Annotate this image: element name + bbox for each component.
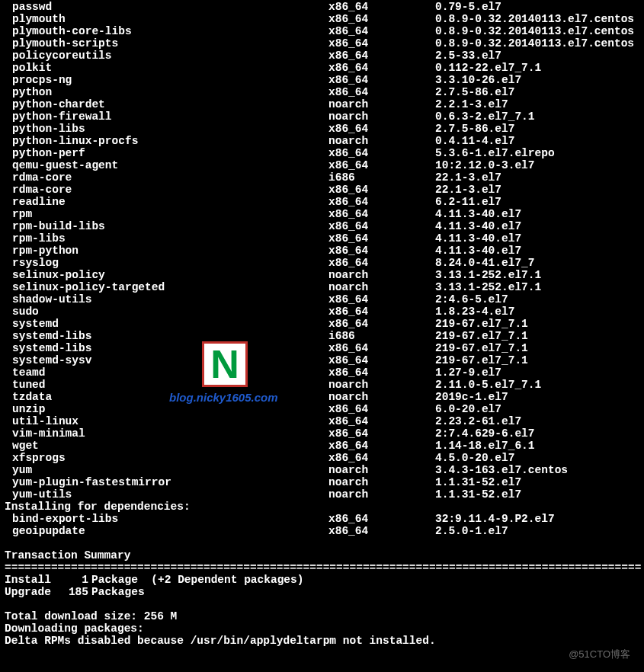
package-arch: x86_64 bbox=[328, 74, 435, 86]
package-name: teamd bbox=[5, 366, 328, 379]
package-version: 3.3.10-26.el7 bbox=[435, 74, 521, 86]
package-name: qemu-guest-agent bbox=[5, 159, 328, 171]
package-name: systemd-libs bbox=[5, 330, 328, 342]
package-row: rpmx86_644.11.3-40.el7 bbox=[5, 208, 644, 220]
package-version: 4.11.3-40.el7 bbox=[435, 232, 521, 245]
package-version: 0.8.9-0.32.20140113.el7.centos bbox=[435, 37, 634, 50]
package-row: python-libsx86_642.7.5-86.el7 bbox=[5, 123, 644, 135]
package-row: selinux-policy-targetednoarch3.13.1-252.… bbox=[5, 281, 644, 293]
package-arch: x86_64 bbox=[328, 245, 435, 257]
package-version: 4.5.0-20.el7 bbox=[435, 452, 514, 464]
package-version: 2.11.0-5.el7_7.1 bbox=[435, 379, 541, 391]
package-arch: x86_64 bbox=[328, 440, 435, 452]
package-name: python-linux-procfs bbox=[5, 135, 328, 147]
package-name: wget bbox=[5, 440, 328, 452]
blank-line-2 bbox=[5, 598, 644, 610]
package-name: bind-export-libs bbox=[5, 513, 328, 525]
package-row: yum-utilsnoarch1.1.31-52.el7 bbox=[5, 488, 644, 501]
terminal-output[interactable]: passwdx86_640.79-5.el7plymouthx86_640.8.… bbox=[0, 0, 644, 647]
package-version: 2.7.5-86.el7 bbox=[435, 123, 514, 135]
package-name: rdma-core bbox=[5, 184, 328, 196]
package-name: passwd bbox=[5, 1, 328, 13]
package-version: 2.5.0-1.el7 bbox=[435, 525, 508, 537]
package-arch: noarch bbox=[328, 464, 435, 476]
package-row: plymouthx86_640.8.9-0.32.20140113.el7.ce… bbox=[5, 13, 644, 25]
package-row: rsyslogx86_648.24.0-41.el7_7 bbox=[5, 257, 644, 269]
package-arch: x86_64 bbox=[328, 184, 435, 196]
package-version: 8.24.0-41.el7_7 bbox=[435, 257, 535, 269]
package-version: 5.3.6-1.el7.elrepo bbox=[435, 147, 555, 159]
package-row: rpm-libsx86_644.11.3-40.el7 bbox=[5, 232, 644, 245]
package-arch: x86_64 bbox=[328, 1, 435, 13]
package-version: 3.13.1-252.el7.1 bbox=[435, 281, 541, 293]
package-row: procps-ngx86_643.3.10-26.el7 bbox=[5, 74, 644, 86]
package-arch: x86_64 bbox=[328, 403, 435, 415]
package-version: 4.11.3-40.el7 bbox=[435, 220, 521, 232]
watermark-url: blog.nicky1605.com bbox=[169, 392, 278, 404]
package-name: xfsprogs bbox=[5, 452, 328, 464]
package-arch: noarch bbox=[328, 488, 435, 501]
package-arch: x86_64 bbox=[328, 37, 435, 50]
package-version: 4.11.3-40.el7 bbox=[435, 208, 521, 220]
package-version: 219-67.el7_7.1 bbox=[435, 318, 528, 330]
package-row: teamdx86_641.27-9.el7 bbox=[5, 366, 644, 379]
upgrade-count: 185 bbox=[61, 586, 91, 598]
package-version: 3.13.1-252.el7.1 bbox=[435, 269, 541, 281]
package-version: 2.2.1-3.el7 bbox=[435, 98, 508, 110]
package-row: bind-export-libsx86_6432:9.11.4-9.P2.el7 bbox=[5, 513, 644, 525]
package-version: 2019c-1.el7 bbox=[435, 391, 508, 403]
package-version: 3.4.3-163.el7.centos bbox=[435, 464, 568, 476]
package-name: procps-ng bbox=[5, 74, 328, 86]
total-download: Total download size: 256 M bbox=[5, 610, 644, 622]
package-name: selinux-policy-targeted bbox=[5, 281, 328, 293]
package-version: 219-67.el7_7.1 bbox=[435, 354, 528, 366]
package-arch: x86_64 bbox=[328, 196, 435, 208]
package-version: 32:9.11.4-9.P2.el7 bbox=[435, 513, 555, 525]
package-arch: x86_64 bbox=[328, 366, 435, 379]
package-arch: x86_64 bbox=[328, 208, 435, 220]
package-row: unzipx86_646.0-20.el7 bbox=[5, 403, 644, 415]
package-arch: noarch bbox=[328, 98, 435, 110]
package-arch: x86_64 bbox=[328, 427, 435, 440]
package-version: 6.0-20.el7 bbox=[435, 403, 501, 415]
package-row: qemu-guest-agentx86_6410:2.12.0-3.el7 bbox=[5, 159, 644, 171]
package-name: selinux-policy bbox=[5, 269, 328, 281]
delta-rpms-msg: Delta RPMs disabled because /usr/bin/app… bbox=[5, 635, 644, 647]
install-summary: Install 1 Package (+2 Dependent packages… bbox=[5, 574, 644, 586]
package-name: vim-minimal bbox=[5, 427, 328, 440]
watermark-letter: N bbox=[210, 344, 239, 384]
package-name: yum-utils bbox=[5, 488, 328, 501]
package-row: tzdatanoarch2019c-1.el7 bbox=[5, 391, 644, 403]
package-arch: x86_64 bbox=[328, 13, 435, 25]
package-row: systemd-libsi686219-67.el7_7.1 bbox=[5, 330, 644, 342]
package-arch: x86_64 bbox=[328, 123, 435, 135]
package-name: python-chardet bbox=[5, 98, 328, 110]
package-row: wgetx86_641.14-18.el7_6.1 bbox=[5, 440, 644, 452]
package-arch: x86_64 bbox=[328, 220, 435, 232]
install-unit: Package bbox=[91, 574, 138, 586]
package-row: passwdx86_640.79-5.el7 bbox=[5, 1, 644, 13]
package-arch: x86_64 bbox=[328, 525, 435, 537]
package-version: 219-67.el7_7.1 bbox=[435, 330, 528, 342]
package-arch: x86_64 bbox=[328, 86, 435, 98]
package-arch: noarch bbox=[328, 379, 435, 391]
package-version: 1.1.31-52.el7 bbox=[435, 476, 521, 488]
package-name: readline bbox=[5, 196, 328, 208]
package-arch: x86_64 bbox=[328, 159, 435, 171]
package-arch: noarch bbox=[328, 269, 435, 281]
package-name: python-perf bbox=[5, 147, 328, 159]
package-row: python-perfx86_645.3.6-1.el7.elrepo bbox=[5, 147, 644, 159]
package-row: xfsprogsx86_644.5.0-20.el7 bbox=[5, 452, 644, 464]
package-arch: x86_64 bbox=[328, 452, 435, 464]
package-row: yumnoarch3.4.3-163.el7.centos bbox=[5, 464, 644, 476]
package-row: sudox86_641.8.23-4.el7 bbox=[5, 306, 644, 318]
package-row: plymouth-core-libsx86_640.8.9-0.32.20140… bbox=[5, 25, 644, 37]
deps-header: Installing for dependencies: bbox=[5, 501, 644, 513]
package-name: sudo bbox=[5, 306, 328, 318]
package-name: systemd-libs bbox=[5, 342, 328, 354]
package-name: python-firewall bbox=[5, 110, 328, 123]
blank-line bbox=[5, 537, 644, 549]
package-row: polkitx86_640.112-22.el7_7.1 bbox=[5, 62, 644, 74]
package-row: pythonx86_642.7.5-86.el7 bbox=[5, 86, 644, 98]
package-name: yum bbox=[5, 464, 328, 476]
